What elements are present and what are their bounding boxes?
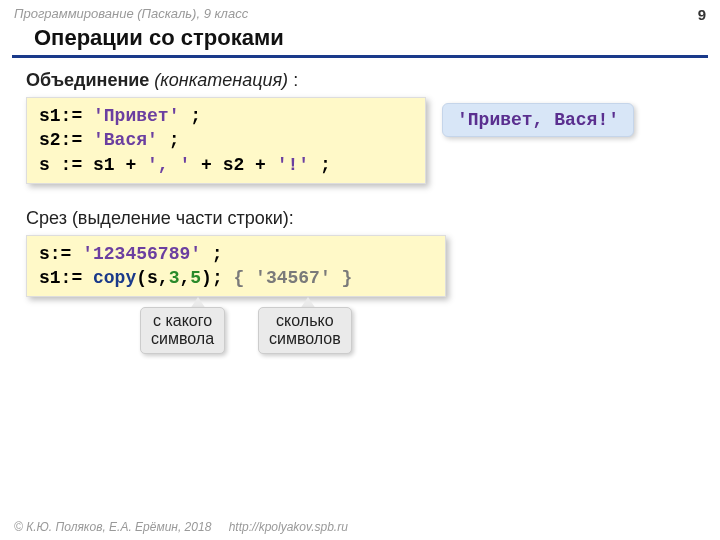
section1-italic: (конкатенация) bbox=[154, 70, 288, 90]
code-line: s := s1 + ', ' + s2 + '!' ; bbox=[39, 153, 413, 177]
page-number: 9 bbox=[698, 6, 706, 23]
code-line: s1:= copy(s,3,5); { '34567' } bbox=[39, 266, 433, 290]
course-name: Программирование (Паскаль), 9 класс bbox=[14, 6, 248, 23]
code-block-2: s:= '123456789' ; s1:= copy(s,3,5); { '3… bbox=[26, 235, 446, 298]
code-line: s2:= 'Вася' ; bbox=[39, 128, 413, 152]
page-title: Операции со строками bbox=[12, 25, 708, 58]
result-callout-1: 'Привет, Вася!' bbox=[442, 103, 634, 137]
code-line: s1:= 'Привет' ; bbox=[39, 104, 413, 128]
section1-label: Объединение (конкатенация) : bbox=[0, 66, 720, 97]
section1-bold: Объединение bbox=[26, 70, 149, 90]
footer-url: http://kpolyakov.spb.ru bbox=[229, 520, 348, 534]
label-char-count: сколько символов bbox=[258, 307, 352, 354]
code-line: s:= '123456789' ; bbox=[39, 242, 433, 266]
code-block-1: s1:= 'Привет' ; s2:= 'Вася' ; s := s1 + … bbox=[26, 97, 426, 184]
footer: © К.Ю. Поляков, Е.А. Ерёмин, 2018 http:/… bbox=[14, 520, 348, 534]
section1-tail: : bbox=[288, 70, 298, 90]
copyright: © К.Ю. Поляков, Е.А. Ерёмин, 2018 bbox=[14, 520, 211, 534]
header-bar: Программирование (Паскаль), 9 класс 9 bbox=[0, 0, 720, 25]
label-from-char: с какого символа bbox=[140, 307, 225, 354]
section2-label: Срез (выделение части строки): bbox=[0, 198, 720, 235]
